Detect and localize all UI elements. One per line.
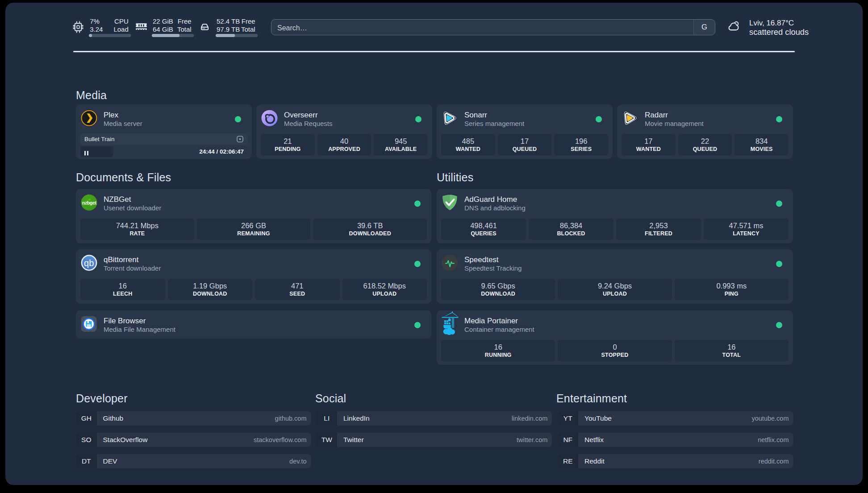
svg-text:nzbget: nzbget: [82, 200, 97, 205]
svg-text:qb: qb: [84, 258, 94, 268]
